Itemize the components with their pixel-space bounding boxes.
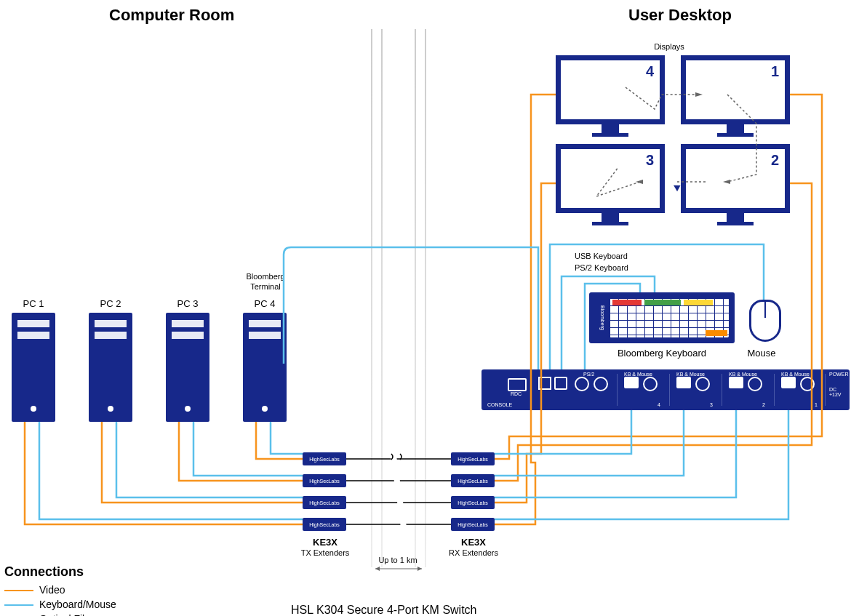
pc-1 [12,313,55,422]
legend-fiber: Optical Fiber [4,613,116,616]
distance-label: Up to 1 km [372,556,423,564]
divider-1 [371,29,372,567]
monitor-1: 1 [681,55,790,135]
tx-label: TX Extenders [292,548,358,557]
svg-marker-4 [375,567,380,571]
bloomberg-terminal-l1: Bloomberg [233,272,298,281]
pc-2-label: PC 2 [89,298,132,309]
tx-extender-3: HighSecLabs [303,496,346,509]
legend-video: Video [4,584,116,596]
svg-marker-5 [417,567,422,571]
bloomberg-terminal-l2: Terminal [233,282,298,291]
rx-extender-1: HighSecLabs [451,452,495,465]
monitor-4: 4 [556,55,665,135]
tx-extender-4: HighSecLabs [303,518,346,531]
legend-km: Keyboard/Mouse [4,599,116,610]
displays-label: Displays [640,42,698,51]
section-title-right: User Desktop [628,6,732,25]
tx-model-label: KE3X [300,537,351,548]
svg-line-10 [393,451,404,532]
usb-keyboard-label: USB Keyboard [575,252,647,260]
mouse-label: Mouse [736,348,787,359]
mouse-icon [749,300,781,342]
bloomberg-keyboard: Bloomberg [589,292,735,343]
divider-4 [425,29,426,567]
pc-4-label: PC 4 [243,298,287,309]
legend: Connections Video Keyboard/Mouse Optical… [4,564,116,616]
rx-extender-2: HighSecLabs [451,474,495,487]
monitor-3: 3 [556,144,665,224]
keyboard-label: Bloomberg Keyboard [604,348,720,359]
ps2-keyboard-label: PS/2 Keyboard [575,263,647,272]
pc-2 [89,313,132,422]
pc-3 [166,313,209,422]
diagram-caption: HSL K304 Secure 4-Port KM Switch [291,604,477,616]
divider-3 [415,29,416,567]
tx-extender-1: HighSecLabs [303,452,346,465]
divider-2 [381,29,383,567]
rx-model-label: KE3X [448,537,499,548]
rx-extender-3: HighSecLabs [451,496,495,509]
pc-1-label: PC 1 [12,298,55,309]
pc-3-label: PC 3 [166,298,209,309]
legend-heading: Connections [4,564,116,580]
section-title-left: Computer Room [109,6,234,25]
monitor-2: 2 [681,144,790,224]
diagram-canvas: { "titles": { "left": "Computer Room", "… [0,0,867,616]
tx-extender-2: HighSecLabs [303,474,346,487]
rx-label: RX Extenders [441,548,506,557]
rx-extender-4: HighSecLabs [451,518,495,531]
pc-4 [243,313,287,422]
